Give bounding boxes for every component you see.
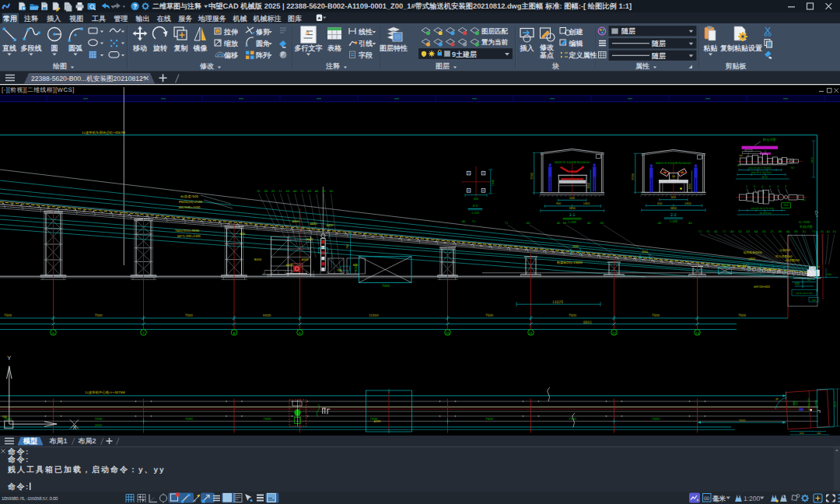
svg-text:600: 600: [240, 232, 246, 236]
svg-text:直线: 直线: [2, 44, 16, 52]
svg-text:5: 5: [769, 185, 771, 188]
svg-text:6#详图200: 6#详图200: [786, 258, 800, 262]
svg-text:7500: 7500: [263, 417, 271, 421]
svg-text:注释: 注释: [325, 62, 341, 70]
svg-text:图层特性: 图层特性: [380, 44, 408, 52]
svg-text:[-][前视][二维线框][WCS]: [-][前视][二维线框][WCS]: [2, 86, 75, 93]
svg-text:PM25(40)=2400: PM25(40)=2400: [179, 200, 203, 204]
svg-text:65: 65: [527, 221, 530, 225]
svg-text:MR700+600: MR700+600: [754, 285, 770, 289]
svg-text:二维草图与注释: 二维草图与注释: [152, 2, 202, 10]
svg-text:50 875 90: 50 875 90: [759, 212, 771, 215]
svg-text:7500: 7500: [569, 313, 577, 317]
svg-text:55: 55: [762, 229, 766, 233]
svg-text:33: 33: [271, 189, 275, 193]
svg-text:镜像: 镜像: [193, 44, 208, 52]
svg-text:00: 00: [704, 496, 710, 502]
svg-text:B1: B1: [737, 164, 740, 167]
svg-text:51: 51: [803, 229, 807, 233]
svg-text:料斗详图540: 料斗详图540: [775, 254, 793, 258]
svg-text:缩放: 缩放: [223, 40, 239, 47]
svg-text:块: 块: [551, 62, 559, 70]
svg-text:T1: T1: [472, 219, 476, 223]
svg-text:45: 45: [658, 221, 662, 225]
svg-text:2000: 2000: [95, 423, 103, 427]
svg-text:A: A: [305, 29, 310, 37]
svg-text:30: 30: [322, 189, 326, 193]
svg-text:32: 32: [257, 189, 261, 193]
svg-text:7500: 7500: [652, 313, 660, 317]
svg-text:25: 25: [816, 215, 819, 218]
svg-text:797: 797: [790, 166, 795, 170]
svg-text:布局2: 布局2: [77, 437, 96, 445]
svg-text:毫米: 毫米: [712, 495, 726, 502]
svg-text:线性: 线性: [358, 28, 373, 36]
svg-text:2875: 2875: [810, 157, 814, 163]
svg-text:600: 600: [353, 263, 359, 267]
svg-text:3500: 3500: [631, 173, 635, 180]
svg-text:56: 56: [779, 229, 782, 233]
svg-text:B500: B500: [254, 257, 262, 261]
svg-text:52: 52: [738, 229, 742, 233]
svg-text:创建: 创建: [569, 28, 583, 36]
svg-text:45: 45: [462, 219, 466, 223]
svg-text:1:100: 1:100: [568, 220, 576, 224]
svg-text:9土建层: 9土建层: [452, 51, 477, 58]
svg-text:14325: 14325: [552, 300, 563, 305]
svg-text:700: 700: [346, 244, 349, 249]
svg-text:08 05 120 5 8 9: 08 05 120 5 8 9: [796, 292, 813, 295]
svg-text:45: 45: [775, 397, 779, 401]
svg-text:A2: A2: [740, 154, 743, 157]
svg-text:1900: 1900: [684, 202, 691, 205]
svg-text:44: 44: [293, 189, 297, 193]
svg-text:基点: 基点: [539, 51, 554, 59]
svg-text:定义属性: 定义属性: [569, 51, 597, 59]
svg-text:桁架B(20)=19000: 桁架B(20)=19000: [557, 261, 583, 264]
svg-text:4575: 4575: [834, 401, 837, 407]
svg-text:71: 71: [505, 221, 509, 225]
svg-text:50B: 50B: [783, 204, 789, 207]
svg-text:属性: 属性: [635, 62, 649, 70]
svg-text:注释: 注释: [23, 15, 39, 23]
svg-text:56: 56: [794, 229, 798, 233]
svg-text:表格: 表格: [327, 44, 342, 52]
svg-text:45: 45: [688, 221, 692, 225]
svg-text:7500: 7500: [738, 313, 747, 317]
svg-text:剪贴板: 剪贴板: [726, 62, 747, 70]
svg-text:600: 600: [800, 432, 804, 435]
svg-text:JM(70/8)=2400: JM(70/8)=2400: [178, 205, 201, 209]
svg-text:740: 740: [811, 299, 816, 302]
svg-text:21: 21: [770, 229, 774, 233]
svg-text:引线: 引线: [359, 40, 373, 47]
svg-text:置为当前: 置为当前: [481, 38, 509, 46]
svg-text:44: 44: [786, 229, 790, 233]
svg-text:35: 35: [681, 171, 684, 174]
svg-text:50: 50: [672, 175, 675, 178]
svg-text:图层: 图层: [436, 62, 450, 70]
svg-text:9: 9: [299, 331, 301, 335]
svg-text:41: 41: [827, 229, 831, 233]
svg-text:料仓详图: 料仓详图: [763, 138, 776, 142]
svg-text:22388-5620-B00...机安装图20210812*: 22388-5620-B00...机安装图20210812*: [31, 75, 146, 82]
svg-text:600: 600: [795, 282, 800, 285]
svg-text:机械标注: 机械标注: [253, 15, 282, 23]
svg-text:MFTL200=2400: MFTL200=2400: [177, 234, 201, 238]
svg-text:圆角: 圆角: [256, 40, 270, 47]
svg-text:随层: 随层: [652, 40, 666, 47]
svg-text:1900: 1900: [583, 202, 590, 205]
svg-text:71: 71: [723, 229, 726, 233]
svg-text:给料机构9200: 给料机构9200: [744, 250, 762, 254]
svg-text:1:100: 1:100: [670, 219, 678, 223]
svg-text:1:200: 1:200: [744, 495, 761, 502]
svg-text:7500: 7500: [185, 313, 194, 317]
svg-text:常用: 常用: [3, 15, 17, 23]
svg-text:贱人工具箱已加载，启动命令：y、yy: 贱人工具箱已加载，启动命令：y、yy: [7, 465, 166, 474]
svg-text:54: 54: [754, 229, 758, 233]
svg-text:1: 1: [746, 185, 747, 188]
svg-text:7500: 7500: [4, 313, 12, 317]
svg-text:7500: 7500: [485, 417, 493, 421]
svg-text:750: 750: [337, 268, 342, 272]
svg-text:42: 42: [714, 229, 718, 233]
svg-text:5: 5: [754, 185, 755, 188]
svg-text:U650: U650: [748, 257, 755, 261]
